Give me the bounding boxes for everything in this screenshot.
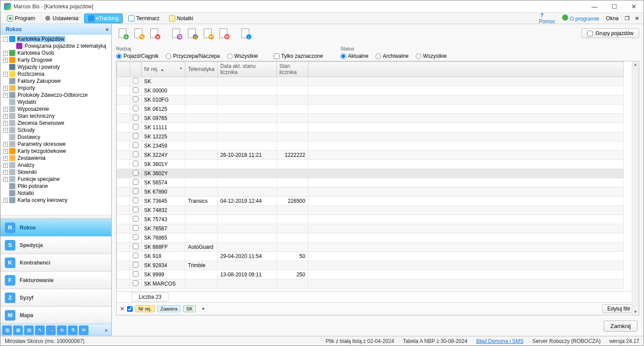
- tree-item-17[interactable]: +Zestawienia: [0, 155, 111, 162]
- row-checkbox[interactable]: [133, 207, 138, 212]
- table-row[interactable]: SK 3224Y26-10-2018 11:211222222: [117, 151, 624, 160]
- row-checkbox[interactable]: [133, 244, 138, 249]
- table-row[interactable]: SK 74832: [117, 206, 624, 215]
- tree-item-12[interactable]: +Zlecenia Serwisowe: [0, 120, 111, 127]
- tree-item-9[interactable]: Wydatki: [0, 99, 111, 106]
- row-checkbox[interactable]: [133, 262, 138, 268]
- table-row[interactable]: SK 06125: [117, 105, 624, 114]
- tree-item-18[interactable]: +Analizy: [0, 162, 111, 169]
- tree-expander-icon[interactable]: +: [3, 121, 8, 126]
- bottom-icon-2[interactable]: ▦: [13, 325, 23, 335]
- row-checkbox[interactable]: [133, 161, 138, 166]
- table-row[interactable]: SK MARCOS: [117, 279, 624, 289]
- bottom-icon-5[interactable]: 🔧: [46, 325, 56, 335]
- nav-section-mapa[interactable]: MMapa: [0, 306, 111, 324]
- row-checkbox[interactable]: [133, 78, 138, 84]
- tree-item-10[interactable]: +Wyposażenie: [0, 106, 111, 113]
- bottom-icon-8[interactable]: ✉: [79, 325, 88, 335]
- tree-item-5[interactable]: +Rozliczenia: [0, 71, 111, 78]
- row-checkbox[interactable]: [133, 115, 138, 120]
- tree-item-20[interactable]: +Funkcje specjalne: [0, 176, 111, 183]
- menu-ustawienia[interactable]: Ustawienia: [41, 14, 82, 23]
- bottom-more-icon[interactable]: »: [103, 327, 110, 333]
- tree-expander-icon[interactable]: +: [3, 58, 8, 63]
- tree-expander-icon[interactable]: +: [3, 156, 8, 161]
- tree-expander-icon[interactable]: [3, 191, 8, 196]
- grupy-pojazdow-button[interactable]: Grupy pojazdów: [581, 28, 639, 38]
- nav-section-kontrahenci[interactable]: KKontrahenci: [0, 254, 111, 271]
- table-row[interactable]: SK 23459: [117, 141, 624, 151]
- row-checkbox[interactable]: [133, 198, 138, 203]
- mdi-close-icon[interactable]: ✕: [633, 15, 641, 21]
- row-checkbox[interactable]: [133, 152, 138, 157]
- tree-expander-icon[interactable]: +: [3, 128, 8, 133]
- row-checkbox[interactable]: [133, 234, 138, 240]
- menu-terminarz[interactable]: Terminarz: [124, 14, 163, 23]
- tree-item-1[interactable]: Powiązania pojazdów z telematyką: [0, 42, 111, 49]
- zamknij-button[interactable]: Zamknij: [604, 321, 637, 332]
- grupy-pojazdow-checkbox[interactable]: [587, 31, 593, 36]
- tree-item-2[interactable]: +Kartoteka Osób: [0, 49, 111, 56]
- tree-item-23[interactable]: +Karta oceny kierowcy: [0, 197, 111, 204]
- tree-item-6[interactable]: Faktury Zakupowe: [0, 78, 111, 85]
- tree-expander-icon[interactable]: [3, 100, 8, 105]
- table-row[interactable]: SK 999913-08-2019 09:11250: [117, 270, 624, 279]
- nav-section-fakturowanie[interactable]: FFakturowanie: [0, 271, 111, 289]
- row-checkbox[interactable]: [133, 142, 138, 148]
- tree-item-21[interactable]: Pliki pobrane: [0, 183, 111, 190]
- radio-aktualne[interactable]: Aktualne: [340, 53, 368, 59]
- tree-item-7[interactable]: +Importy: [0, 85, 111, 92]
- minimize-button[interactable]: —: [588, 2, 601, 11]
- radio-wszystkie-rodzaj[interactable]: Wszystkie: [227, 53, 258, 59]
- tree-expander-icon[interactable]: +: [3, 51, 8, 56]
- tree-expander-icon[interactable]: +: [3, 114, 8, 119]
- tree-expander-icon[interactable]: [10, 44, 15, 49]
- tree-item-15[interactable]: +Parametry okresowe: [0, 141, 111, 148]
- row-checkbox[interactable]: [133, 96, 138, 102]
- row-checkbox[interactable]: [133, 280, 138, 286]
- tree-item-22[interactable]: Notatki: [0, 190, 111, 197]
- tool-copy-button[interactable]: ⧉: [170, 27, 183, 40]
- tree-item-3[interactable]: +Karty Drogowe: [0, 56, 111, 64]
- tool-add-button[interactable]: +: [116, 27, 129, 40]
- table-row[interactable]: SK: [117, 77, 624, 86]
- row-checkbox[interactable]: [133, 87, 138, 93]
- tool-undo-button[interactable]: ↶: [201, 27, 214, 40]
- menu-notatki[interactable]: Notatki: [165, 14, 197, 23]
- table-row[interactable]: SK 3601Y: [117, 160, 624, 169]
- sidebar-grip[interactable]: ·······: [0, 215, 111, 219]
- checkbox-tylko-zaznaczone[interactable]: Tylko zaznaczone: [274, 53, 323, 59]
- filter-chip-value[interactable]: SK: [183, 305, 196, 312]
- tree-expander-icon[interactable]: -: [3, 37, 8, 42]
- row-checkbox[interactable]: [133, 225, 138, 231]
- tree-expander-icon[interactable]: +: [3, 177, 8, 182]
- radio-wszystkie-status[interactable]: Wszystkie: [416, 53, 447, 59]
- table-row[interactable]: SK 010FG: [117, 95, 624, 105]
- table-row[interactable]: SK 73645Transics04-12-2019 12:44226500: [117, 197, 624, 206]
- status-error-link[interactable]: Błąd Demona i SMS: [476, 338, 524, 344]
- nav-section-rokos[interactable]: RRokos: [0, 219, 111, 236]
- tool-delete-button[interactable]: ✕: [148, 27, 161, 40]
- tool-refresh-button[interactable]: ⟳: [217, 27, 230, 40]
- table-row[interactable]: SK 11111: [117, 123, 624, 132]
- bottom-icon-6[interactable]: ⧉: [57, 325, 67, 335]
- table-row[interactable]: SK 00000: [117, 86, 624, 95]
- tree-expander-icon[interactable]: +: [3, 170, 8, 175]
- table-row[interactable]: SK 76567: [117, 224, 624, 233]
- filter-enable-checkbox[interactable]: [127, 306, 133, 312]
- table-row[interactable]: SK 92834Trimble: [117, 261, 624, 270]
- filter-chip-operator[interactable]: Zawiera: [157, 305, 180, 312]
- filter-dropdown-icon[interactable]: ▾: [198, 306, 208, 312]
- table-row[interactable]: SK 76865: [117, 233, 624, 243]
- tool-archive-button[interactable]: ↓: [239, 27, 252, 40]
- tree-expander-icon[interactable]: [3, 65, 8, 70]
- nav-section-spedycja[interactable]: SSpedycja: [0, 236, 111, 254]
- table-row[interactable]: SK 75743: [117, 215, 624, 224]
- menu-pomoc[interactable]: ? Pomoc: [536, 11, 558, 26]
- table-row[interactable]: SK 67890: [117, 187, 624, 197]
- tree-expander-icon[interactable]: +: [3, 198, 8, 203]
- sidebar-collapse-icon[interactable]: «: [106, 26, 109, 32]
- radio-pojazd[interactable]: Pojazd/Ciągnik: [116, 53, 159, 59]
- maximize-button[interactable]: ☐: [608, 2, 621, 11]
- tool-edit-button[interactable]: ✎: [132, 27, 145, 40]
